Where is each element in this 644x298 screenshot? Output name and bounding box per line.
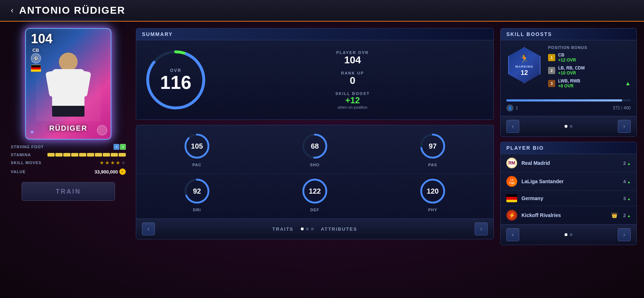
strong-foot-row: STRONG FOOT 3 5 [11, 144, 126, 150]
pac-label: PAC [192, 163, 201, 167]
laliga-name: LaLiga Santander [521, 179, 619, 184]
stamina-bar-2 [55, 153, 63, 157]
bio-dot-2 [570, 233, 572, 236]
bio-nav: ‹ › [501, 224, 636, 245]
bio-row-kickoff[interactable]: ⚡ Kickoff Rivalries 👑 2 ▲ [501, 206, 636, 224]
bio-row-laliga[interactable]: LaLiga LaLiga Santander 4 ▲ [501, 172, 636, 191]
card-favorite-star[interactable]: ★ [29, 128, 34, 135]
attr-row-2: 92 DRI 122 DEF [136, 173, 493, 218]
marking-hexagon: 🏃 MARKING 12 [506, 45, 542, 85]
skill-moves-label: SKILL MOVES [11, 161, 41, 165]
laliga-icon: LaLiga [506, 176, 517, 187]
foot-5: 5 [120, 144, 126, 150]
germany-name: Germany [521, 195, 619, 201]
stamina-bar-6 [87, 153, 94, 157]
bio-prev[interactable]: ‹ [506, 228, 519, 241]
player-bio-section: PLAYER BIO RM Real Madrid 2 ▲ LaLiga LaL… [500, 142, 637, 245]
sho-attr: 68 SHO [300, 132, 329, 167]
summary-content: OVR 116 PLAYER OVR 104 RANK UP 0 S [136, 40, 493, 119]
bottom-nav-middle: ‹ TRAITS ATTRIBUTES › [136, 218, 493, 239]
phy-attr: 120 PHY [418, 177, 447, 212]
value-row: VALUE 33,900,000 F [11, 168, 126, 175]
sho-label: SHO [310, 163, 320, 167]
dot-2 [306, 227, 309, 230]
skill-moves-stars: ★ ★ ★ ★ ★ [100, 160, 126, 166]
skill-boost-next[interactable]: › [618, 120, 631, 133]
pos-bonus-value-1: +12 OVR [558, 58, 576, 63]
back-button[interactable]: ‹ [11, 6, 13, 15]
skill-boosts-header: SKILL BOOSTS [501, 28, 636, 40]
pas-label: PAS [428, 163, 437, 167]
def-circle: 122 [300, 177, 329, 206]
pos-bonus-3: 3 LWB, RWB +8 OVR ▲ [548, 78, 631, 89]
kickoff-name: Kickoff Rivalries [521, 212, 607, 218]
stamina-bar-8 [103, 153, 110, 157]
pac-attr: 105 PAC [183, 132, 211, 167]
bio-row-germany[interactable]: Germany 3 ▲ [501, 191, 636, 206]
pos-bonus-value-2: +10 OVR [558, 71, 585, 76]
stamina-label: STAMINA [11, 153, 31, 157]
skill-boost-content: 🏃 MARKING 12 POSITION BONUS 1 CB +12 OVR [501, 40, 636, 96]
def-value: 122 [309, 187, 321, 195]
card-club-badge [97, 125, 107, 135]
pos-badge-2: 2 [548, 67, 555, 74]
player-bio-content: RM Real Madrid 2 ▲ LaLiga LaLiga Santand… [501, 154, 636, 224]
phy-label: PHY [428, 208, 437, 212]
rank-up-value: 0 [219, 75, 486, 86]
real-madrid-icon: RM [506, 158, 517, 168]
summary-section: SUMMARY OVR 116 [136, 28, 494, 120]
tab-dots [301, 227, 314, 230]
bio-next[interactable]: › [618, 228, 631, 241]
pos-name-3: LWB, RWB [558, 78, 580, 83]
dri-circle: 92 [183, 177, 211, 206]
upgrade-arrow[interactable]: ▲ [625, 80, 631, 87]
skill-boost-dots [565, 125, 572, 128]
next-tab-button[interactable]: › [475, 222, 488, 235]
star-2: ★ [105, 160, 110, 166]
strong-foot-value: 3 5 [114, 144, 126, 150]
sho-value: 68 [311, 142, 319, 150]
kickoff-count: 2 ▲ [623, 213, 631, 218]
skill-boost-sub: when on position [219, 105, 486, 109]
player-card[interactable]: 104 CB ⚽ RÜDIGER [25, 28, 111, 140]
summary-header: SUMMARY [136, 28, 493, 40]
pac-circle: 105 [183, 132, 211, 161]
stamina-bar-10 [119, 153, 126, 157]
strong-foot-label: STRONG FOOT [11, 145, 44, 149]
skill-boost-prev[interactable]: ‹ [506, 120, 519, 133]
skill-boost-nav: ‹ › [501, 116, 636, 136]
star-3: ★ [110, 160, 115, 166]
attributes-tab[interactable]: ATTRIBUTES [321, 226, 357, 232]
bio-dots [565, 233, 572, 236]
bio-row-real-madrid[interactable]: RM Real Madrid 2 ▲ [501, 154, 636, 172]
pos-bonus-1: 1 CB +12 OVR [548, 53, 631, 63]
stamina-bar-5 [79, 153, 86, 157]
crown-icon: 👑 [611, 212, 617, 218]
def-attr: 122 DEF [300, 177, 329, 212]
page-title: ANTONIO RÜDIGER [19, 5, 125, 16]
player-stats: STRONG FOOT 3 5 STAMINA [7, 144, 129, 178]
progress-icon: 👤 [506, 104, 514, 112]
bio-dot-1 [565, 233, 567, 236]
progress-text: 372 / 400 [613, 105, 631, 110]
progress-bar-container [506, 99, 631, 101]
foot-3: 3 [114, 144, 119, 150]
progress-area: 👤 1 372 / 400 [501, 96, 636, 116]
pos-bonus-2: 2 LB, RB, CDM +10 OVR [548, 66, 631, 76]
skill-boosts-section: SKILL BOOSTS 🏃 MARKING 12 POSITION BONUS… [500, 28, 637, 137]
player-image [36, 49, 101, 121]
kickoff-icon: ⚡ [506, 210, 517, 221]
progress-info: 👤 1 372 / 400 [506, 104, 631, 112]
main-content: 104 CB ⚽ RÜDIGER [0, 22, 644, 298]
right-panel: SKILL BOOSTS 🏃 MARKING 12 POSITION BONUS… [500, 28, 637, 292]
pos-bonus-value-3: +8 OVR [558, 83, 580, 89]
rank-up-stat: RANK UP 0 [219, 71, 486, 86]
prev-tab-button[interactable]: ‹ [142, 222, 155, 235]
value-label: VALUE [11, 170, 26, 174]
dri-label: DRI [193, 208, 201, 212]
train-button[interactable]: TRAIN [22, 182, 115, 201]
traits-tab[interactable]: TRAITS [272, 226, 294, 232]
player-ovr-value: 104 [219, 55, 486, 66]
value-number: 33,900,000 [95, 169, 118, 175]
coin-icon: F [119, 168, 126, 175]
